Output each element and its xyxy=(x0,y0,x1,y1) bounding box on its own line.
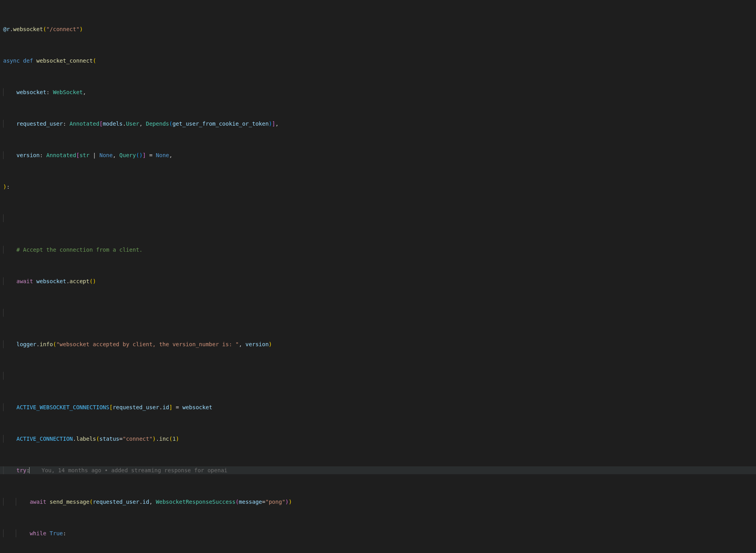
code-line[interactable] xyxy=(0,309,756,317)
code-line[interactable]: logger.info("websocket accepted by clien… xyxy=(0,340,756,348)
code-line[interactable]: ACTIVE_WEBSOCKET_CONNECTIONS[requested_u… xyxy=(0,403,756,411)
code-line[interactable]: async def websocket_connect( xyxy=(0,57,756,65)
decorator: @r xyxy=(3,26,10,32)
code-line[interactable]: version: Annotated[str | None, Query()] … xyxy=(0,151,756,159)
code-line[interactable]: await websocket.accept() xyxy=(0,277,756,285)
code-line[interactable]: # Accept the connection from a client. xyxy=(0,246,756,254)
code-line[interactable]: ): xyxy=(0,183,756,191)
code-line[interactable] xyxy=(0,214,756,222)
code-line-current[interactable]: try:You, 14 months ago • added streaming… xyxy=(0,466,756,474)
code-line[interactable]: ACTIVE_CONNECTION.labels(status="connect… xyxy=(0,435,756,443)
code-line[interactable]: websocket: WebSocket, xyxy=(0,88,756,96)
code-line[interactable]: await send_message(requested_user.id, We… xyxy=(0,498,756,506)
code-line[interactable] xyxy=(0,372,756,380)
code-line[interactable]: @r.websocket("/connect") xyxy=(0,25,756,33)
comment: # Accept the connection from a client. xyxy=(17,247,143,253)
code-editor[interactable]: @r.websocket("/connect") async def webso… xyxy=(0,0,756,553)
git-blame-codelens[interactable]: You, 14 months ago • added streaming res… xyxy=(30,467,227,473)
code-line[interactable]: while True: xyxy=(0,529,756,537)
code-line[interactable]: requested_user: Annotated[models.User, D… xyxy=(0,120,756,128)
